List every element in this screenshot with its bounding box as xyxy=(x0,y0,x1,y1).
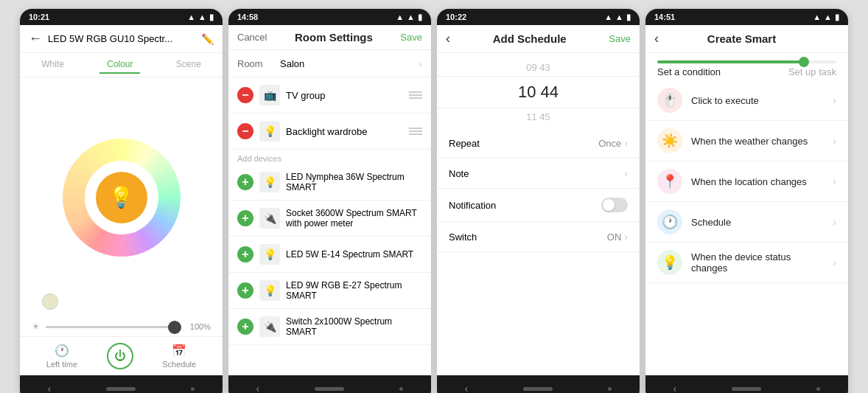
device-status-icon: 💡 xyxy=(657,250,682,275)
back-icon-4[interactable]: ‹ xyxy=(654,31,659,46)
add-led-nymphea-row[interactable]: + 💡 LED Nymphea 36W Spectrum SMART xyxy=(228,164,431,201)
color-ring[interactable]: 💡 xyxy=(63,139,181,257)
progress-container xyxy=(645,53,848,63)
led-icon-1: 💡 xyxy=(259,172,280,192)
signal-icon-4: ▲ xyxy=(813,13,821,21)
save-button-2[interactable]: Save xyxy=(400,32,422,43)
power-button[interactable]: ⏻ xyxy=(107,343,133,369)
nav-back-3[interactable]: ‹ xyxy=(465,383,469,393)
room-row[interactable]: Room Salon › xyxy=(228,50,431,77)
switch-row[interactable]: Switch ON › xyxy=(437,222,640,252)
nav-dot-2 xyxy=(399,387,403,391)
progress-thumb xyxy=(799,57,809,67)
s1-footer: 🕐 Left time ⏻ 📅 Schedule xyxy=(20,336,223,375)
condition-label: Set a condition xyxy=(657,66,721,77)
edit-icon[interactable]: ✏️ xyxy=(201,33,214,45)
progress-track xyxy=(657,60,836,63)
color-wheel-container[interactable]: 💡 xyxy=(20,77,223,317)
remove-tv-group-btn[interactable]: − xyxy=(237,87,253,103)
item-schedule[interactable]: 🕐 Schedule › xyxy=(645,202,848,243)
brightness-thumb[interactable] xyxy=(168,321,181,334)
location-label: When the location changes xyxy=(691,176,824,187)
nav-bar-2: ‹ xyxy=(228,375,431,393)
add-socket-row[interactable]: + 🔌 Socket 3600W Spectrum SMART with pow… xyxy=(228,201,431,237)
add-switch-row[interactable]: + 🔌 Switch 2x1000W Spectrum SMART xyxy=(228,309,431,345)
battery-icon-2: ▮ xyxy=(418,13,422,22)
backlight-row[interactable]: − 💡 Backlight wardrobe xyxy=(228,114,431,150)
screen4-phone: 14:51 ▲ ▲ ▮ ‹ Create Smart Set a conditi… xyxy=(645,9,848,393)
add-led-e14-btn[interactable]: + xyxy=(237,246,253,262)
repeat-value: Once xyxy=(598,138,621,149)
drag-handle-tv[interactable] xyxy=(409,91,422,99)
left-time-btn[interactable]: 🕐 Left time xyxy=(46,344,77,369)
signal-icon: ▲ xyxy=(187,13,195,21)
back-icon-1[interactable]: ← xyxy=(29,31,42,46)
drag-handle-backlight[interactable] xyxy=(409,128,422,135)
screen4-content: ‹ Create Smart Set a condition Set up ta… xyxy=(645,25,848,375)
note-row[interactable]: Note › xyxy=(437,159,640,189)
brightness-track[interactable] xyxy=(46,326,181,328)
color-selector-dot[interactable] xyxy=(42,293,58,310)
brightness-icon: ☀ xyxy=(32,321,40,332)
led-nymphea-label: LED Nymphea 36W Spectrum SMART xyxy=(286,172,422,192)
add-led-rgb-row[interactable]: + 💡 LED 9W RGB E-27 Spectrum SMART xyxy=(228,273,431,309)
click-execute-icon: 🖱️ xyxy=(657,88,682,113)
item-device-status[interactable]: 💡 When the device status changes › xyxy=(645,243,848,283)
add-socket-btn[interactable]: + xyxy=(237,210,253,226)
switch-label-s3: Switch xyxy=(449,232,477,243)
room-label: Room xyxy=(237,58,274,69)
add-switch-btn[interactable]: + xyxy=(237,319,253,335)
s3-header: ‹ Add Schedule Save xyxy=(437,25,640,53)
add-led-e14-row[interactable]: + 💡 LED 5W E-14 Spectrum SMART xyxy=(228,237,431,273)
led-icon-2: 💡 xyxy=(259,244,280,265)
signal-icon-3: ▲ xyxy=(604,13,612,21)
repeat-row[interactable]: Repeat Once › xyxy=(437,128,640,159)
remove-backlight-btn[interactable]: − xyxy=(237,123,253,139)
progress-fill xyxy=(657,60,800,63)
weather-icon: ☀️ xyxy=(657,128,682,153)
notification-label: Notification xyxy=(449,200,496,211)
create-smart-title: Create Smart xyxy=(707,32,776,45)
brightness-fill xyxy=(46,326,181,328)
nav-back-1[interactable]: ‹ xyxy=(48,383,52,393)
toggle-thumb xyxy=(603,199,615,211)
add-led-nymphea-btn[interactable]: + xyxy=(237,174,253,190)
time-picker[interactable]: 09 43 10 44 11 45 xyxy=(437,53,640,128)
status-bar-3: 10:22 ▲ ▲ ▮ xyxy=(437,9,640,25)
screen3-content: ‹ Add Schedule Save 09 43 10 44 11 45 Re… xyxy=(437,25,640,375)
schedule-icon-s4: 🕐 xyxy=(657,209,682,234)
nav-dot-1 xyxy=(191,387,195,391)
status-icons-4: ▲ ▲ ▮ xyxy=(813,13,839,22)
tv-group-label: TV group xyxy=(286,90,403,101)
cancel-button[interactable]: Cancel xyxy=(237,32,267,43)
color-ring-inner: 💡 xyxy=(85,161,158,234)
time-3: 10:22 xyxy=(446,13,466,21)
item-click-execute[interactable]: 🖱️ Click to execute › xyxy=(645,80,848,121)
nav-back-2[interactable]: ‹ xyxy=(256,383,260,393)
note-chevron: › xyxy=(624,167,628,179)
notification-row: Notification xyxy=(437,189,640,222)
item-weather[interactable]: ☀️ When the weather changes › xyxy=(645,121,848,161)
notification-toggle[interactable] xyxy=(601,198,628,212)
click-execute-chevron: › xyxy=(833,94,836,106)
s1-header: ← LED 5W RGB GU10 Spectr... ✏️ xyxy=(20,25,223,53)
item-location[interactable]: 📍 When the location changes › xyxy=(645,161,848,202)
socket-icon: 🔌 xyxy=(259,208,280,229)
tab-colour[interactable]: Colour xyxy=(99,56,140,74)
tv-group-row[interactable]: − 📺 TV group xyxy=(228,77,431,114)
schedule-btn[interactable]: 📅 Schedule xyxy=(162,344,196,369)
tab-white[interactable]: White xyxy=(34,56,71,74)
location-icon: 📍 xyxy=(657,169,682,194)
note-label: Note xyxy=(449,168,469,179)
schedule-label-s4: Schedule xyxy=(691,217,824,228)
nav-back-4[interactable]: ‹ xyxy=(673,383,677,393)
bulb-center: 💡 xyxy=(96,172,147,223)
add-led-rgb-btn[interactable]: + xyxy=(237,282,253,299)
tab-scene[interactable]: Scene xyxy=(169,56,209,74)
battery-icon-4: ▮ xyxy=(835,13,839,22)
time-prev: 09 43 xyxy=(437,59,640,76)
save-button-3[interactable]: Save xyxy=(609,33,631,44)
nav-dot-3 xyxy=(608,387,612,391)
back-icon-3[interactable]: ‹ xyxy=(446,31,450,46)
s2-header: Cancel Room Settings Save xyxy=(228,25,431,50)
